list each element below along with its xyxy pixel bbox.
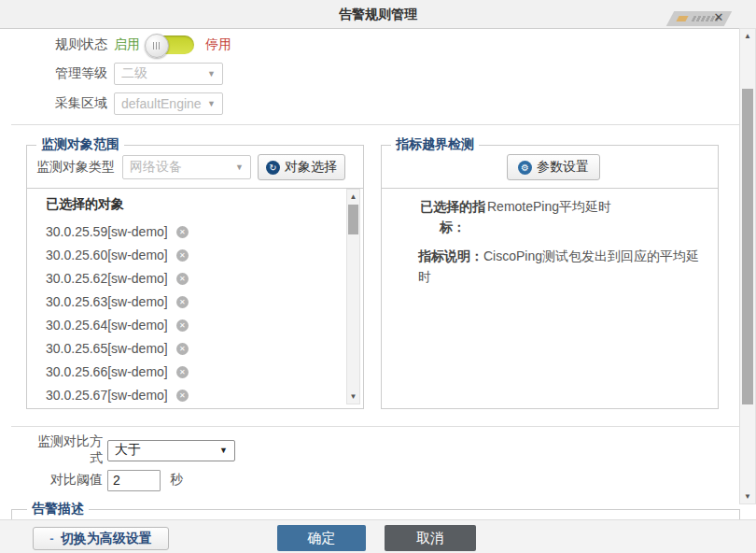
threshold-input[interactable] — [107, 470, 161, 491]
mgmt-level-select[interactable]: 二级 ▼ — [114, 63, 223, 85]
dialog-scrollbar[interactable]: ▲ ▼ — [739, 28, 756, 504]
alarm-rule-dialog: 告警规则管理 ✕ 规则状态 启用 停用 管理等级 二级 ▼ 采集区域 defau… — [0, 0, 756, 553]
param-settings-button[interactable]: ⚙ 参数设置 — [507, 154, 600, 180]
object-label: 30.0.25.63[sw-demo] — [46, 294, 168, 309]
object-select-button[interactable]: ↻ 对象选择 — [258, 154, 345, 180]
toggle-knob-icon[interactable] — [145, 34, 169, 58]
scroll-up-icon[interactable]: ▲ — [347, 190, 359, 204]
object-scope-legend: 监测对象范围 — [36, 136, 124, 153]
mgmt-level-label: 管理等级 — [25, 65, 107, 82]
selected-object-row: 30.0.25.62[sw-demo] ✕ — [46, 271, 189, 286]
threshold-unit: 秒 — [170, 472, 183, 489]
collect-area-label: 采集区域 — [25, 95, 107, 112]
ok-button[interactable]: 确定 — [277, 525, 366, 551]
status-off-label: 停用 — [205, 36, 231, 53]
object-label: 30.0.25.62[sw-demo] — [46, 271, 168, 286]
selected-object-row: 30.0.25.67[sw-demo] ✕ — [46, 388, 189, 403]
chevron-down-icon: ▼ — [207, 69, 216, 78]
threshold-label: 对比阈值 — [25, 472, 103, 489]
selected-metric-row: 已选择的指标： RemotePing平均延时 — [418, 196, 705, 237]
metric-desc-label: 指标说明： — [418, 248, 483, 263]
scrollbar-thumb[interactable] — [348, 205, 358, 234]
compare-method-row: 监测对比方式 大于 ▼ — [25, 439, 235, 461]
rule-status-row: 规则状态 启用 停用 — [25, 34, 231, 56]
divider — [27, 188, 363, 189]
dialog-title: 告警规则管理 — [0, 7, 756, 23]
advanced-settings-label: 切换为高级设置 — [61, 531, 152, 547]
object-type-select[interactable]: 网络设备 ▼ — [122, 155, 251, 179]
remove-icon[interactable]: ✕ — [176, 390, 189, 402]
threshold-row: 对比阈值 秒 — [25, 469, 183, 491]
chevron-down-icon: ▼ — [235, 163, 244, 172]
scroll-up-icon[interactable]: ▲ — [740, 29, 755, 43]
dialog-titlebar: 告警规则管理 ✕ — [0, 0, 756, 29]
collect-area-row: 采集区域 defaultEngine ▼ — [25, 92, 223, 115]
mgmt-level-value: 二级 — [121, 65, 147, 82]
object-label: 30.0.25.59[sw-demo] — [46, 224, 168, 239]
object-label: 30.0.25.64[sw-demo] — [46, 318, 168, 333]
logo-mark-icon — [676, 16, 688, 21]
object-label: 30.0.25.67[sw-demo] — [46, 388, 168, 403]
toggle-grip-icon — [153, 42, 161, 50]
gear-icon: ⚙ — [518, 161, 532, 175]
metric-panel: 指标越界检测 ⚙ 参数设置 已选择的指标： RemotePing平均延时 指标说… — [381, 145, 719, 409]
selected-objects-header: 已选择的对象 — [46, 196, 124, 213]
remove-icon[interactable]: ✕ — [176, 273, 189, 285]
compare-method-label: 监测对比方式 — [25, 433, 103, 467]
param-settings-label: 参数设置 — [537, 159, 589, 176]
divider — [382, 188, 718, 189]
collect-area-value: defaultEngine — [121, 96, 202, 111]
compare-method-value: 大于 — [115, 442, 141, 459]
object-label: 30.0.25.66[sw-demo] — [46, 364, 168, 379]
selected-object-row: 30.0.25.66[sw-demo] ✕ — [46, 364, 189, 379]
chevron-down-icon: ▼ — [219, 446, 228, 455]
mgmt-level-row: 管理等级 二级 ▼ — [25, 63, 223, 85]
rule-status-label: 规则状态 — [25, 36, 107, 53]
remove-icon[interactable]: ✕ — [176, 366, 189, 378]
metric-body: 已选择的指标： RemotePing平均延时 指标说明：CiscoPing测试包… — [418, 196, 705, 287]
object-list-scrollbar[interactable]: ▲ ▼ — [346, 189, 360, 404]
remove-icon[interactable]: ✕ — [176, 249, 189, 262]
chevron-down-icon: ▼ — [207, 99, 216, 108]
scroll-down-icon[interactable]: ▼ — [740, 489, 755, 503]
divider — [11, 124, 739, 125]
metric-panel-legend: 指标越界检测 — [391, 136, 479, 153]
cancel-button[interactable]: 取消 — [385, 525, 476, 551]
object-type-value: 网络设备 — [130, 159, 182, 176]
selected-object-row: 30.0.25.65[sw-demo] ✕ — [46, 341, 189, 356]
selected-object-row: 30.0.25.59[sw-demo] ✕ — [46, 224, 189, 239]
minus-icon: - — [49, 532, 53, 546]
selected-metric-value: RemotePing平均延时 — [487, 196, 705, 237]
advanced-settings-button[interactable]: - 切换为高级设置 — [33, 527, 169, 550]
remove-icon[interactable]: ✕ — [176, 296, 189, 308]
metric-desc-row: 指标说明：CiscoPing测试包发出到回应的平均延时 — [418, 246, 705, 287]
status-toggle[interactable] — [147, 35, 194, 54]
compare-method-select[interactable]: 大于 ▼ — [107, 440, 235, 461]
selected-object-row: 30.0.25.63[sw-demo] ✕ — [46, 294, 189, 309]
object-select-icon: ↻ — [266, 161, 280, 175]
remove-icon[interactable]: ✕ — [176, 226, 189, 238]
divider — [11, 426, 739, 427]
object-type-row: 监测对象类型 网络设备 ▼ ↻ 对象选择 — [36, 154, 345, 180]
selected-object-row: 30.0.25.60[sw-demo] ✕ — [46, 248, 189, 262]
object-label: 30.0.25.60[sw-demo] — [46, 248, 168, 262]
collect-area-select[interactable]: defaultEngine ▼ — [114, 92, 223, 115]
status-on-label: 启用 — [114, 36, 140, 53]
object-scope-panel: 监测对象范围 监测对象类型 网络设备 ▼ ↻ 对象选择 已选择的对象 30.0.… — [26, 145, 364, 409]
scroll-down-icon[interactable]: ▼ — [347, 390, 359, 404]
object-type-label: 监测对象类型 — [36, 159, 115, 176]
object-select-button-label: 对象选择 — [285, 159, 337, 176]
scrollbar-thumb[interactable] — [742, 89, 753, 404]
close-icon[interactable]: ✕ — [711, 10, 726, 25]
remove-icon[interactable]: ✕ — [176, 343, 189, 355]
selected-metric-label: 已选择的指标： — [418, 196, 487, 237]
object-label: 30.0.25.65[sw-demo] — [46, 341, 168, 356]
remove-icon[interactable]: ✕ — [176, 319, 189, 332]
alarm-desc-legend: 告警描述 — [27, 501, 89, 518]
dialog-footer: - 切换为高级设置 确定 取消 — [0, 519, 756, 553]
selected-object-row: 30.0.25.64[sw-demo] ✕ — [46, 318, 189, 333]
